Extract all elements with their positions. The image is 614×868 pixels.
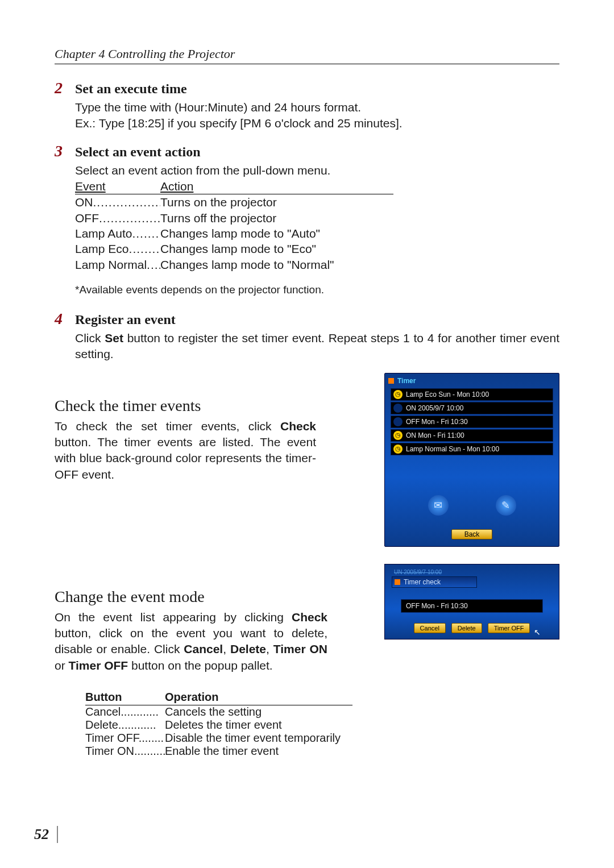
body-text: button to register the set timer event. …	[75, 331, 559, 360]
step-4: 4 Register an event Click Set button to …	[55, 310, 559, 363]
panel-icon	[395, 579, 400, 585]
event-name: Lamp Eco............	[75, 241, 160, 256]
body-text: To check the set timer events, click	[55, 420, 280, 433]
timer-event-row[interactable]: OFF Mon - Fri 10:30	[391, 416, 553, 428]
step-2: 2 Set an execute time Type the time with…	[55, 79, 559, 132]
clock-icon: ◷	[393, 445, 403, 454]
edit-icon[interactable]: ✎	[496, 495, 516, 516]
timer-event-row[interactable]: ON 2005/9/7 10:00	[391, 402, 553, 414]
body-line: Ex.: Type [18:25] if you specify [PM 6 o…	[75, 115, 559, 131]
button-operation: Enable the timer event	[165, 745, 279, 758]
step-number: 2	[55, 79, 69, 97]
body-text: button. The timer events are listed. The…	[55, 435, 316, 481]
ui-name: Timer OFF	[69, 659, 128, 672]
button-operation-table: Button Operation Cancel............Cance…	[85, 691, 559, 758]
col-button: Button	[85, 691, 165, 704]
button-operation: Cancels the setting	[165, 705, 262, 719]
body-text: ,	[223, 642, 230, 655]
event-action: Changes lamp mode to "Eco"	[160, 241, 316, 256]
col-action: Action	[160, 178, 193, 194]
event-action: Changes lamp mode to "Normal"	[160, 257, 334, 272]
button-name: Timer ON..........	[85, 745, 165, 758]
clock-icon: ◷	[393, 431, 403, 440]
section-title: Change the event mode	[55, 588, 367, 606]
timer-event-row[interactable]: ◷ON Mon - Fri 11:00	[391, 429, 553, 442]
timer-event-row[interactable]: ◷Lamp Normal Sun - Mon 10:00	[391, 443, 553, 455]
ui-name: Cancel	[184, 642, 223, 655]
body-text: button on the popup pallet.	[128, 659, 273, 672]
event-action: Turns off the projector	[160, 210, 276, 226]
popup-title: Timer check	[404, 578, 441, 586]
body-line: Type the time with (Hour:Minute) and 24 …	[75, 99, 559, 115]
chapter-header: Chapter 4 Controlling the Projector	[55, 47, 559, 64]
step-number: 4	[55, 310, 69, 328]
button-row: Delete............Deletes the timer even…	[85, 719, 559, 732]
event-name: Lamp Auto...........	[75, 226, 160, 241]
page-number: 52	[34, 826, 58, 843]
disabled-icon	[393, 417, 403, 426]
event-row: Lamp Eco............Changes lamp mode to…	[75, 241, 559, 256]
event-name: Lamp Normal.........	[75, 257, 160, 272]
back-button[interactable]: Back	[451, 529, 492, 539]
col-operation: Operation	[165, 691, 218, 704]
delete-button[interactable]: Delete	[451, 623, 482, 633]
timer-event-text: ON Mon - Fri 11:00	[406, 431, 464, 439]
timer-event-text: OFF Mon - Fri 10:30	[406, 418, 468, 426]
manual-page: Chapter 4 Controlling the Projector 2 Se…	[0, 0, 614, 868]
clock-icon: ◷	[393, 390, 403, 399]
timer-event-text: ON 2005/9/7 10:00	[406, 404, 463, 412]
event-row: ON..................Turns on the project…	[75, 194, 559, 210]
event-action: Turns on the projector	[160, 194, 277, 210]
timer-panel-screenshot: Timer ◷Lamp Eco Sun - Mon 10:00ON 2005/9…	[384, 373, 559, 547]
timer-check-popup-screenshot: UN 2005/9/7 10:00 Timer check OFF Mon - …	[384, 564, 559, 639]
event-note: *Available events depends on the project…	[75, 284, 559, 296]
ui-name: Delete	[230, 642, 266, 655]
button-operation: Deletes the timer event	[165, 719, 282, 732]
selected-event: OFF Mon - Fri 10:30	[401, 599, 543, 613]
timer-event-row[interactable]: ◷Lamp Eco Sun - Mon 10:00	[391, 388, 553, 401]
prev-row-hint: UN 2005/9/7 10:00	[394, 569, 555, 575]
step-3: 3 Select an event action Select an event…	[55, 142, 559, 296]
timer-event-text: Lamp Normal Sun - Mon 10:00	[406, 445, 499, 453]
button-operation: Disable the timer event temporarily	[165, 732, 341, 745]
ui-name: Check	[280, 420, 316, 433]
step-title: Set an execute time	[75, 81, 187, 97]
event-name: OFF.................	[75, 210, 160, 226]
panel-title: Timer	[397, 377, 416, 385]
event-row: Lamp Auto...........Changes lamp mode to…	[75, 226, 559, 241]
ui-name: Timer ON	[273, 642, 327, 655]
body-text: ,	[266, 642, 273, 655]
event-row: OFF.................Turns off the projec…	[75, 210, 559, 226]
event-name: ON..................	[75, 194, 160, 210]
step-intro: Select an event action from the pull-dow…	[75, 163, 559, 178]
event-action-table: Event Action ON..................Turns o…	[75, 178, 559, 272]
cancel-button[interactable]: Cancel	[414, 623, 446, 633]
button-row: Cancel............Cancels the setting	[85, 705, 559, 719]
col-event: Event	[75, 178, 160, 194]
section-title: Check the timer events	[55, 397, 367, 415]
button-name: Cancel............	[85, 705, 165, 719]
step-title: Register an event	[75, 312, 176, 327]
ui-name: Check	[292, 610, 327, 624]
step-title: Select an event action	[75, 144, 201, 160]
ui-name: Set	[105, 331, 123, 344]
button-row: Timer ON..........Enable the timer event	[85, 745, 559, 758]
button-name: Timer OFF.........	[85, 732, 165, 745]
event-row: Lamp Normal.........Changes lamp mode to…	[75, 257, 559, 272]
mail-icon[interactable]: ✉	[428, 495, 449, 516]
body-text: On the event list appearing by clicking	[55, 610, 292, 624]
body-text: or	[55, 659, 69, 672]
step-number: 3	[55, 142, 69, 160]
button-name: Delete............	[85, 719, 165, 732]
body-text: Click	[75, 331, 105, 344]
button-row: Timer OFF.........Disable the timer even…	[85, 732, 559, 745]
event-action: Changes lamp mode to "Auto"	[160, 226, 320, 241]
timer-event-text: Lamp Eco Sun - Mon 10:00	[406, 391, 489, 398]
timer-off-button[interactable]: Timer OFF	[488, 623, 530, 633]
disabled-icon	[393, 404, 403, 413]
panel-icon	[388, 378, 394, 384]
